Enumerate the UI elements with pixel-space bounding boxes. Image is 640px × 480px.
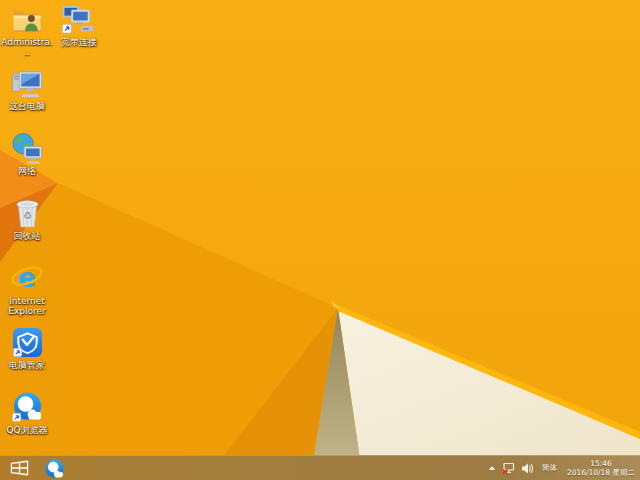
- clock[interactable]: 15:46 2016/10/18 星期二: [565, 459, 637, 477]
- internet-explorer-icon: e: [10, 262, 44, 294]
- tray-date: 2016/10/18 星期二: [567, 468, 635, 477]
- icon-label: Internet Explorer: [1, 296, 53, 316]
- taskbar-qq-browser-button[interactable]: [41, 456, 67, 480]
- show-hidden-icons-button[interactable]: [488, 456, 496, 480]
- desktop-icon-recycle-bin[interactable]: ♻ 回收站: [1, 197, 53, 241]
- icon-label: 回收站: [14, 231, 41, 241]
- wallpaper: [0, 0, 640, 480]
- recycle-bin-icon: ♻: [14, 197, 41, 229]
- volume-button[interactable]: [521, 456, 534, 480]
- pc-manager-icon: [12, 326, 43, 358]
- desktop-icon-qq-browser[interactable]: QQ浏览器: [1, 391, 53, 435]
- volume-icon: [521, 462, 534, 475]
- icon-label: 这台电脑: [9, 101, 45, 111]
- icon-label: Administra...: [1, 37, 53, 57]
- desktop-icon-administrator[interactable]: Administra...: [1, 3, 53, 57]
- taskbar: 简体 15:46 2016/10/18 星期二: [0, 455, 640, 480]
- icon-label: 宽带连接: [61, 37, 97, 47]
- qq-browser-icon: [11, 391, 44, 423]
- broadband-connection-icon: [60, 3, 98, 35]
- network-icon: [10, 132, 44, 164]
- system-tray: 简体 15:46 2016/10/18 星期二: [488, 456, 637, 480]
- this-pc-icon: [9, 67, 45, 99]
- network-disconnected-icon: [502, 462, 515, 475]
- chevron-up-icon: [488, 464, 496, 472]
- desktop-icon-broadband-connection[interactable]: 宽带连接: [53, 3, 105, 47]
- windows-logo-icon: [10, 460, 29, 476]
- svg-text:♻: ♻: [23, 210, 32, 221]
- network-status-button[interactable]: [502, 456, 515, 480]
- desktop-screen: Administra... 宽带连接: [0, 0, 640, 480]
- desktop-icon-network[interactable]: 网络: [1, 132, 53, 176]
- desktop-icon-internet-explorer[interactable]: e Internet Explorer: [1, 262, 53, 316]
- start-button[interactable]: [0, 456, 38, 480]
- qq-browser-taskbar-icon: [44, 458, 65, 479]
- tray-time: 15:46: [590, 459, 612, 468]
- icon-label: 电脑管家: [9, 360, 45, 370]
- desktop-icon-this-pc[interactable]: 这台电脑: [1, 67, 53, 111]
- icon-label: QQ浏览器: [6, 425, 47, 435]
- administrator-folder-icon: [10, 3, 44, 35]
- desktop-icon-pc-manager[interactable]: 电脑管家: [1, 326, 53, 370]
- language-indicator[interactable]: 简体: [540, 463, 559, 473]
- icon-label: 网络: [18, 166, 36, 176]
